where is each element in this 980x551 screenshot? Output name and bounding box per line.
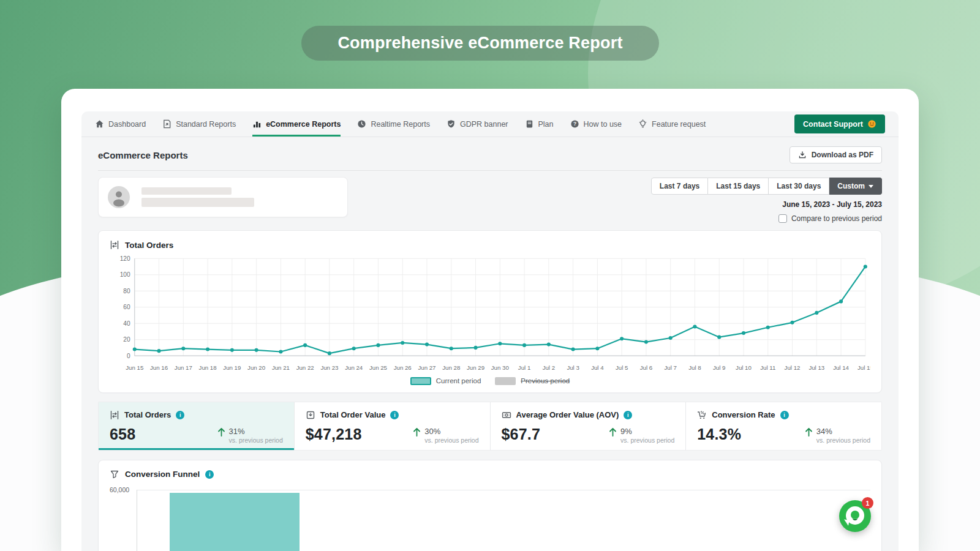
skeleton-bar [141, 198, 254, 207]
banknote-icon [502, 410, 511, 420]
kpi-value: $67.7 [502, 425, 541, 443]
question-circle-icon: ? [570, 119, 579, 129]
arrow-up-icon [412, 427, 421, 437]
compare-period-label: Compare to previous period [791, 214, 882, 223]
download-pdf-label: Download as PDF [812, 151, 873, 159]
kpi-title-row: Conversion Rate i [697, 410, 870, 420]
svg-text:Jun 15: Jun 15 [126, 364, 143, 371]
svg-text:120: 120 [120, 255, 130, 262]
contact-support-button[interactable]: Contact Support [794, 114, 885, 133]
nav-tab-label: Dashboard [108, 120, 146, 129]
svg-text:Jun 22: Jun 22 [296, 364, 314, 371]
order-value-box-icon [306, 410, 315, 420]
last-7-days-button[interactable]: Last 7 days [651, 178, 708, 195]
svg-text:20: 20 [123, 336, 130, 343]
nav-tab-gdpr-banner[interactable]: GDPR banner [447, 111, 508, 137]
info-icon[interactable]: i [624, 411, 632, 419]
kpi-title-row: Average Order Value (AOV) i [502, 410, 675, 420]
nav-tab-label: eCommerce Reports [266, 120, 341, 129]
funnel-y-axis [137, 490, 137, 551]
download-icon [798, 151, 807, 159]
svg-text:Jun 29: Jun 29 [467, 364, 484, 371]
kpi-label: Total Orders [124, 410, 171, 419]
conversion-funnel-card: Conversion Funnel i 60,000 [98, 460, 882, 551]
chat-widget-button[interactable]: 1 [839, 500, 871, 532]
total-orders-line-chart: Jun 15Jun 16Jun 17Jun 18Jun 19Jun 20Jun … [110, 252, 870, 377]
main-panel: Dashboard Standard Reports eCommerce Rep… [61, 89, 919, 551]
last-15-days-button[interactable]: Last 15 days [708, 178, 769, 195]
chart-legend: Current period Previous period [110, 377, 870, 390]
nav-tab-realtime-reports[interactable]: Realtime Reports [357, 111, 430, 137]
svg-text:40: 40 [123, 320, 130, 327]
svg-text:Jul 1: Jul 1 [518, 364, 530, 371]
svg-text:Jun 17: Jun 17 [175, 364, 192, 371]
nav-tab-ecommerce-reports[interactable]: eCommerce Reports [252, 111, 341, 137]
kpi-card-total-orders[interactable]: Total Orders i 658 31% vs. previous peri… [99, 402, 294, 450]
svg-text:Jul 12: Jul 12 [785, 364, 801, 371]
funnel-title-row: Conversion Funnel i [110, 470, 870, 479]
svg-text:Jul 15: Jul 15 [858, 364, 870, 371]
compare-period-checkbox[interactable] [778, 214, 787, 223]
person-icon [108, 186, 130, 208]
nav-tab-plan[interactable]: Plan [525, 111, 554, 137]
kpi-card-conversion-rate[interactable]: Conversion Rate i 14.3% 34% vs. previous… [685, 402, 881, 450]
nav-tab-label: Feature request [652, 120, 706, 129]
nav-tab-label: Plan [538, 120, 554, 129]
legend-previous-period[interactable]: Previous period [495, 377, 570, 385]
svg-text:Jun 23: Jun 23 [320, 364, 338, 371]
home-icon [95, 119, 104, 129]
chat-unread-badge: 1 [862, 497, 873, 509]
kpi-summary-row: Total Orders i 658 31% vs. previous peri… [98, 402, 882, 451]
info-icon[interactable]: i [780, 411, 789, 419]
nav-tab-feature-request[interactable]: Feature request [638, 111, 706, 137]
svg-text:Jul 13: Jul 13 [809, 364, 824, 371]
page-header: eCommerce Reports Download as PDF [81, 137, 899, 170]
chevron-down-icon [869, 185, 873, 188]
kpi-value: 14.3% [697, 425, 741, 443]
kpi-label: Conversion Rate [712, 410, 775, 419]
chart-title: Total Orders [125, 241, 173, 250]
orders-swap-icon [110, 410, 119, 420]
svg-text:?: ? [573, 121, 576, 127]
nav-tab-how-to-use[interactable]: ? How to use [570, 111, 622, 137]
arrow-up-icon [804, 427, 813, 437]
date-filter-column: Last 7 days Last 15 days Last 30 days Cu… [651, 177, 882, 223]
page-title: eCommerce Reports [98, 150, 188, 160]
info-icon[interactable]: i [390, 411, 399, 419]
svg-text:Jul 9: Jul 9 [713, 364, 725, 371]
legend-current-period[interactable]: Current period [410, 377, 481, 385]
legend-label-current: Current period [436, 377, 481, 384]
svg-text:Jun 16: Jun 16 [150, 364, 168, 371]
skeleton-lines [141, 187, 254, 207]
legend-swatch-current [410, 377, 431, 385]
kpi-delta-note: vs. previous period [229, 437, 283, 444]
custom-range-button[interactable]: Custom [829, 178, 882, 195]
nav-tab-label: How to use [584, 120, 622, 129]
nav-tab-label: Standard Reports [176, 120, 236, 129]
svg-text:Jul 10: Jul 10 [736, 364, 752, 371]
top-navigation: Dashboard Standard Reports eCommerce Rep… [81, 111, 899, 137]
chat-bubble-tail [843, 519, 850, 526]
info-icon[interactable]: i [176, 411, 184, 419]
screenshot-stage: Comprehensive eCommerce Report Dashboard… [0, 0, 980, 551]
svg-text:Jul 8: Jul 8 [688, 364, 701, 371]
svg-text:Jul 5: Jul 5 [616, 364, 628, 371]
kpi-card-total-order-value[interactable]: Total Order Value i $47,218 30% vs. prev… [294, 402, 490, 450]
nav-tab-label: Realtime Reports [371, 120, 430, 129]
chart-area: Jun 15Jun 16Jun 17Jun 18Jun 19Jun 20Jun … [110, 252, 870, 377]
last-30-days-button[interactable]: Last 30 days [769, 178, 829, 195]
kpi-delta-note: vs. previous period [816, 437, 870, 444]
download-pdf-button[interactable]: Download as PDF [790, 146, 882, 163]
funnel-gridline [137, 490, 870, 490]
svg-text:Jun 27: Jun 27 [418, 364, 435, 371]
report-title: Comprehensive eCommerce Report [337, 34, 622, 53]
nav-tab-standard-reports[interactable]: Standard Reports [162, 111, 236, 137]
nav-tabs: Dashboard Standard Reports eCommerce Rep… [95, 111, 706, 137]
skeleton-bar [141, 187, 232, 195]
kpi-card-aov[interactable]: Average Order Value (AOV) i $67.7 9% vs.… [490, 402, 686, 450]
info-icon[interactable]: i [205, 470, 214, 479]
avatar [108, 186, 130, 208]
svg-text:Jul 11: Jul 11 [760, 364, 775, 371]
nav-tab-dashboard[interactable]: Dashboard [95, 111, 146, 137]
svg-text:Jun 21: Jun 21 [272, 364, 290, 371]
